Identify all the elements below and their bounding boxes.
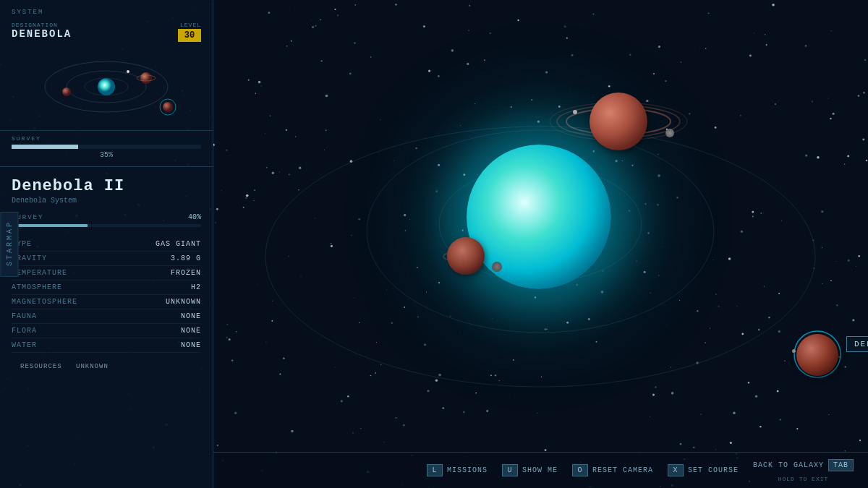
stat-row: WATERNONE (12, 338, 201, 353)
stat-row: GRAVITY3.89 G (12, 252, 201, 266)
moon-left (492, 262, 502, 272)
planet-section: Denebola II Denebola System SURVEY 40% T… (0, 166, 213, 488)
stat-value: UNKNOWN (116, 295, 201, 309)
stat-row: TYPEGAS GIANT (12, 237, 201, 252)
stat-value: GAS GIANT (116, 237, 201, 252)
stats-table: TYPEGAS GIANTGRAVITY3.89 GTEMPERATUREFRO… (12, 237, 201, 353)
stat-value: NONE (116, 324, 201, 338)
reset-camera-key[interactable]: O (572, 464, 588, 476)
stat-row: FLORANONE (12, 324, 201, 338)
set-course-label: SET COURSE (688, 466, 739, 474)
level-label: LEVEL (178, 22, 201, 28)
stat-value: NONE (116, 338, 201, 353)
planet-denebola-ii-label: DENEBOLA II (846, 336, 868, 352)
svg-point-17 (163, 102, 173, 112)
missions-btn[interactable]: L MISSIONS (427, 464, 488, 476)
moon-upper-right (665, 129, 674, 137)
stat-value: H2 (116, 281, 201, 295)
starmap-tab[interactable]: STARMAP (1, 212, 19, 277)
planet-system-label: Denebola System (12, 197, 201, 205)
stat-label: TYPE (12, 237, 116, 252)
survey-pct-planet: 40% (188, 213, 201, 221)
survey-bar-planet (12, 224, 201, 227)
show-me-btn[interactable]: U SHOW ME (502, 464, 558, 476)
system-header: SYSTEM DESIGNATION DENEBOLA LEVEL 30 (0, 0, 213, 131)
planet-denebola-ii[interactable] (796, 334, 838, 376)
star (467, 145, 611, 289)
survey-label-system: SURVEY (12, 135, 201, 142)
solar-mini-display (12, 45, 201, 124)
designation-value: DENEBOLA (12, 28, 72, 40)
svg-point-14 (140, 72, 152, 84)
show-me-label: SHOW ME (522, 466, 558, 474)
stat-row: ATMOSPHEREH2 (12, 281, 201, 295)
set-course-btn[interactable]: X SET COURSE (668, 464, 739, 476)
reset-camera-label: RESET CAMERA (592, 466, 653, 474)
system-label: SYSTEM (12, 9, 201, 16)
space-view: DENEBOLA II (213, 0, 868, 488)
resources-row: RESOURCES UNKNOWN (12, 363, 201, 370)
stat-row: MAGNETOSPHEREUNKNOWN (12, 295, 201, 309)
sidebar: STARMAP SYSTEM DESIGNATION DENEBOLA LEVE… (0, 0, 213, 488)
survey-pct-system: 35% (12, 151, 201, 159)
hold-label: HOLD TO EXIT (778, 476, 829, 482)
stat-row: TEMPERATUREFROZEN (12, 266, 201, 281)
level-badge: 30 (178, 29, 201, 42)
back-key[interactable]: TAB (828, 459, 854, 471)
moon-denebola-ii-1 (792, 349, 796, 353)
stat-label: WATER (12, 338, 116, 353)
stat-label: GRAVITY (12, 252, 116, 266)
survey-bar-fill-system (12, 145, 78, 149)
svg-point-13 (98, 78, 115, 95)
survey-bar-system (12, 145, 201, 149)
set-course-key[interactable]: X (668, 464, 684, 476)
stat-row: FAUNANONE (12, 309, 201, 324)
missions-key[interactable]: L (427, 464, 443, 476)
back-label: BACK TO GALAXY (753, 461, 824, 469)
back-to-galaxy-btn[interactable]: BACK TO GALAXY TAB HOLD TO EXIT (753, 459, 854, 482)
reset-camera-btn[interactable]: O RESET CAMERA (572, 464, 653, 476)
planet-name: Denebola II (12, 177, 201, 195)
moon-upper-small (573, 110, 577, 114)
bottom-toolbar: L MISSIONS U SHOW ME O RESET CAMERA X SE… (213, 452, 868, 488)
survey-section-system: SURVEY 35% (0, 131, 213, 166)
planet-upper (590, 93, 647, 150)
stat-label: FAUNA (12, 309, 116, 324)
stat-label: FLORA (12, 324, 116, 338)
stat-value: FROZEN (116, 266, 201, 281)
stat-label: TEMPERATURE (12, 266, 116, 281)
svg-point-19 (127, 70, 129, 73)
stat-value: NONE (116, 309, 201, 324)
stat-label: MAGNETOSPHERE (12, 295, 116, 309)
survey-bar-planet-fill (12, 224, 88, 227)
show-me-key[interactable]: U (502, 464, 518, 476)
solar-mini-svg (34, 51, 179, 119)
stat-label: ATMOSPHERE (12, 281, 116, 295)
designation-label: DESIGNATION (12, 22, 72, 28)
missions-label: MISSIONS (447, 466, 488, 474)
stat-value: 3.89 G (116, 252, 201, 266)
planet-left (447, 237, 485, 275)
svg-point-16 (62, 87, 71, 96)
